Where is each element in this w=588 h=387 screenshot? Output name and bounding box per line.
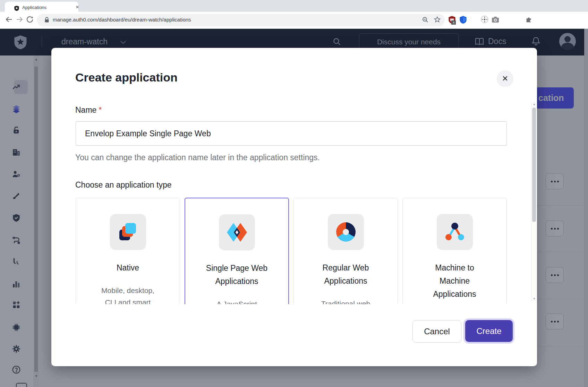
modal-close-button[interactable]: ✕ [497, 70, 513, 87]
cancel-button[interactable]: Cancel [412, 320, 461, 343]
extensions-puzzle-icon[interactable] [525, 16, 533, 23]
m2m-app-icon [437, 214, 473, 250]
forward-button[interactable] [15, 15, 25, 25]
modal-scroll-down-icon[interactable]: ▼ [531, 297, 537, 300]
app-type-card-single-page[interactable]: Single Page WebApplications A JavaScript [185, 198, 289, 304]
modal-scroll-up-icon[interactable]: ▲ [531, 103, 537, 106]
card-label: Native [76, 261, 180, 274]
name-helper-text: You can change the application name late… [75, 153, 320, 162]
regular-web-app-icon [328, 214, 364, 250]
card-label: Machine toMachineApplications [403, 261, 506, 301]
card-description: A JavaScript [185, 298, 288, 304]
app-type-card-native[interactable]: Native Mobile, desktop,CLI and smart [76, 198, 180, 304]
tab-close-icon[interactable]: ✕ [74, 4, 80, 10]
url-text[interactable]: manage.auth0.com/dashboard/eu/dream-watc… [53, 17, 191, 23]
browser-tab[interactable]: Applications ✕ [5, 2, 78, 12]
application-name-input[interactable] [76, 121, 507, 146]
card-description: Traditional web [294, 298, 398, 304]
app-type-card-regular-web[interactable]: Regular WebApplications Traditional web [293, 198, 398, 304]
native-app-icon [110, 214, 146, 250]
modal-scrollbar-thumb[interactable] [532, 108, 536, 222]
modal-title: Create application [75, 71, 178, 84]
https-lock-icon [44, 17, 49, 23]
create-application-modal: ✕ Create application Name* You can chang… [51, 48, 537, 366]
zoom-page-icon[interactable] [422, 16, 429, 23]
tab-title: Applications [22, 5, 46, 10]
crosshair-extension-icon[interactable] [481, 16, 488, 23]
browser-tabstrip [0, 0, 588, 12]
card-label: Single Page WebApplications [185, 261, 288, 288]
application-type-cards: Native Mobile, desktop,CLI and smart Sin… [76, 198, 507, 304]
card-description: Mobile, desktop,CLI and smart [76, 285, 180, 304]
auth0-favicon-icon [14, 6, 19, 11]
card-label: Regular WebApplications [294, 261, 398, 287]
create-button[interactable]: Create [465, 320, 513, 342]
modal-scrollbar[interactable]: ▲ ▼ [531, 101, 537, 302]
ublock-badge: 4 [451, 20, 456, 25]
bookmark-star-icon[interactable] [434, 16, 441, 23]
back-button[interactable] [5, 15, 15, 25]
bitwarden-extension-icon[interactable] [459, 16, 467, 24]
camera-extension-icon[interactable] [492, 16, 499, 23]
choose-type-label: Choose an application type [75, 180, 171, 190]
reload-button[interactable] [26, 15, 35, 25]
app-type-card-machine-to-machine[interactable]: Machine toMachineApplications [402, 198, 507, 304]
name-field-label: Name* [75, 105, 102, 115]
spa-app-icon [219, 214, 255, 250]
required-asterisk: * [96, 105, 102, 114]
